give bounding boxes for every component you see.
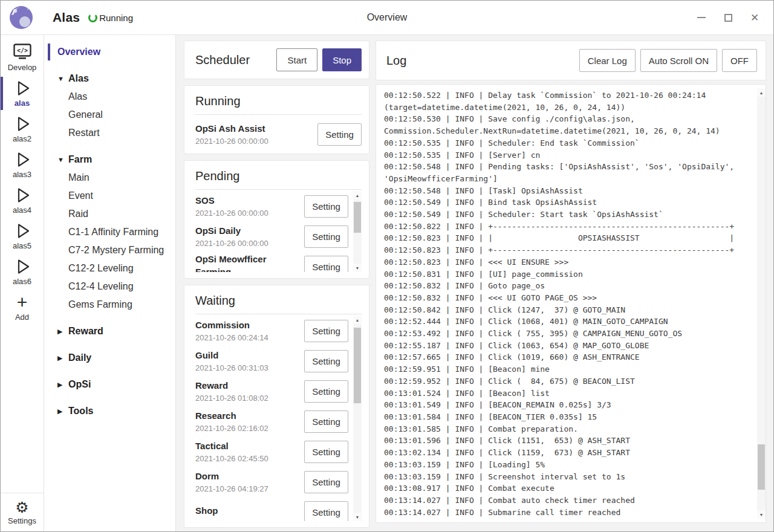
waiting-scrollbar[interactable]: ▲ ▼ (353, 316, 362, 521)
auto-scroll-on-button[interactable]: Auto Scroll ON (640, 49, 717, 72)
nav-item[interactable]: ▶ Reward (48, 323, 175, 340)
nav-item[interactable]: C12-4 Leveling (48, 278, 175, 295)
scheduler-title: Scheduler (195, 53, 276, 67)
log-title: Log (386, 54, 574, 68)
maximize-icon (724, 14, 732, 22)
nav-item[interactable]: ▶ OpSi (48, 376, 175, 393)
rail-item-alas[interactable]: alas (1, 76, 44, 111)
nav-item[interactable]: ▼ Alas (48, 70, 175, 87)
rail-item-alas2[interactable]: alas2 (1, 111, 44, 147)
nav-item[interactable]: ▼ Farm (48, 151, 175, 168)
task-setting-button[interactable]: Setting (304, 380, 348, 403)
nav-item[interactable]: Event (48, 187, 175, 204)
nav-item[interactable]: Main (48, 169, 175, 186)
auto-scroll-off-button[interactable]: OFF (722, 49, 757, 72)
log-line: 00:12:50.549 | INFO | Scheduler: Start t… (384, 209, 757, 221)
scroll-thumb[interactable] (354, 202, 361, 233)
close-button[interactable]: ✕ (746, 8, 764, 27)
running-panel: Running OpSi Ash Assist 2021-10-26 00:00… (184, 85, 369, 154)
task-setting-button[interactable]: Setting (304, 350, 348, 372)
scroll-up-arrow[interactable]: ▲ (353, 191, 362, 199)
add-instance-button[interactable]: + Add (1, 290, 44, 325)
nav-item-label: Reward (68, 326, 103, 337)
nav-item[interactable]: ▶ Daily (48, 349, 175, 366)
stop-button[interactable]: Stop (322, 48, 362, 71)
task-setting-button[interactable]: Setting (304, 410, 348, 433)
maximize-button[interactable] (719, 8, 737, 27)
rail-item-alas5[interactable]: alas5 (1, 218, 44, 254)
nav-item[interactable]: Restart (48, 125, 175, 141)
nav-item-label: Restart (68, 128, 100, 138)
close-icon: ✕ (750, 13, 759, 23)
scroll-up-arrow[interactable]: ▲ (353, 316, 362, 324)
nav-item-label: General (68, 109, 103, 120)
task-row: OpSi Meowfficer Farming Setting (195, 251, 348, 272)
rail-item-alas4[interactable]: alas4 (1, 183, 44, 218)
play-icon (13, 258, 31, 276)
nav-item[interactable]: Alas (48, 88, 175, 105)
task-setting-button[interactable]: Setting (317, 123, 362, 146)
scroll-thumb[interactable] (354, 328, 361, 403)
nav-item[interactable]: C7-2 Mystery Farming (48, 242, 175, 259)
nav-item[interactable]: Raid (48, 206, 175, 222)
scroll-track[interactable] (353, 199, 362, 264)
start-button[interactable]: Start (276, 48, 317, 71)
clear-log-button[interactable]: Clear Log (579, 49, 636, 72)
nav-item[interactable]: Gems Farming (48, 296, 175, 313)
log-line: 00:12:50.535 | INFO | [Server] cn (384, 149, 757, 161)
task-setting-button[interactable]: Setting (304, 195, 348, 218)
rail-item-label: alas6 (13, 277, 31, 286)
task-name: OpSi Ash Assist (195, 123, 313, 135)
task-info: Shop (195, 505, 304, 519)
task-setting-button[interactable]: Setting (304, 256, 348, 273)
scroll-down-arrow[interactable]: ▼ (353, 264, 362, 272)
pending-scrollbar[interactable]: ▲ ▼ (353, 191, 362, 272)
task-name: OpSi Daily (195, 225, 299, 237)
divider (195, 189, 362, 190)
nav-arrow-icon: ▼ (57, 75, 68, 82)
scroll-track[interactable] (757, 97, 766, 510)
task-setting-button[interactable]: Setting (304, 471, 348, 493)
scroll-up-arrow[interactable]: ▲ (757, 88, 766, 97)
rail-item-label: alas3 (13, 170, 31, 179)
task-row: SOS 2021-10-26 00:00:00 Setting (195, 191, 348, 221)
nav-item[interactable]: C1-1 Affinity Farming (48, 224, 175, 241)
nav-item-label: Alas (68, 91, 87, 102)
scroll-thumb[interactable] (758, 444, 765, 490)
task-row: Commission 2021-10-26 00:24:14 Setting (195, 316, 348, 346)
settings-button[interactable]: ⚙ Settings (1, 493, 44, 531)
minimize-button[interactable] (692, 8, 711, 27)
scroll-track[interactable] (353, 324, 362, 513)
task-setting-button[interactable]: Setting (304, 441, 348, 463)
task-row: OpSi Ash Assist 2021-10-26 00:00:00 Sett… (195, 116, 362, 148)
running-task-list: OpSi Ash Assist 2021-10-26 00:00:00 Sett… (195, 115, 362, 148)
log-scrollbar[interactable]: ▲ ▼ (757, 88, 766, 519)
rail-item-develop[interactable]: </> Develop (1, 40, 44, 76)
log-line: 00:12:59.951 | INFO | [Beacon] mine (384, 363, 757, 375)
scroll-down-arrow[interactable]: ▼ (353, 513, 362, 521)
log-output[interactable]: 00:12:50.522 | INFO | Delay task `Commis… (384, 88, 757, 519)
rail-item-label: Develop (8, 63, 37, 72)
nav-arrow-icon: ▶ (57, 407, 68, 415)
nav-arrow-icon: ▼ (57, 156, 68, 163)
rail-item-alas6[interactable]: alas6 (1, 254, 44, 290)
log-line: 00:13:14.027 | INFO | Combat auto check … (384, 495, 757, 507)
nav-item[interactable]: C12-2 Leveling (48, 260, 175, 277)
main-content: Scheduler Start Stop Running OpSi Ash As… (176, 35, 773, 531)
waiting-title: Waiting (195, 294, 362, 308)
task-next-run-time: 2021-10-26 04:19:27 (195, 484, 299, 493)
task-setting-button[interactable]: Setting (304, 501, 348, 522)
task-name: Shop (195, 505, 299, 517)
nav-item[interactable]: ▶ Tools (48, 403, 175, 420)
scroll-down-arrow[interactable]: ▼ (757, 510, 766, 519)
task-setting-button[interactable]: Setting (304, 320, 348, 342)
nav-item[interactable]: Overview (48, 44, 175, 60)
rail-item-alas3[interactable]: alas3 (1, 147, 44, 183)
task-setting-button[interactable]: Setting (304, 225, 348, 248)
log-line: 00:12:50.530 | INFO | Save config ./conf… (384, 113, 757, 125)
task-info: OpSi Daily 2021-10-26 00:00:00 (195, 225, 304, 248)
log-line: 00:13:03.159 | INFO | Screenshot interva… (384, 471, 757, 483)
task-next-run-time: 2021-10-26 00:00:00 (195, 137, 313, 146)
nav-item[interactable]: General (48, 106, 175, 123)
task-info: Research 2021-10-26 02:16:02 (195, 410, 304, 433)
